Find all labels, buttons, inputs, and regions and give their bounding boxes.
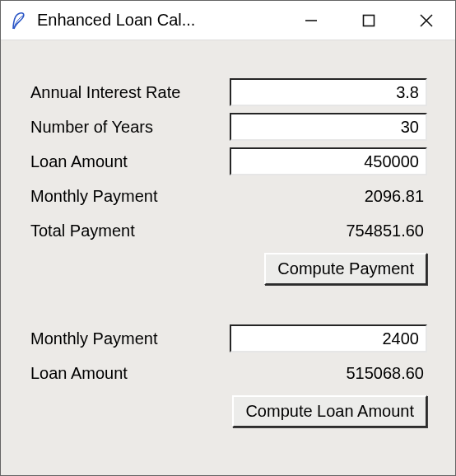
value-total-payment: 754851.60 <box>230 222 427 240</box>
label-loan-amount-2: Loan Amount <box>30 364 212 383</box>
window-title: Enhanced Loan Cal... <box>37 11 195 30</box>
value-loan-amount: 515068.60 <box>230 364 427 383</box>
input-loan-amount[interactable] <box>230 147 427 175</box>
maximize-icon <box>361 13 376 28</box>
compute-payment-button[interactable]: Compute Payment <box>264 253 427 285</box>
svg-rect-1 <box>364 15 375 26</box>
input-number-of-years[interactable] <box>230 113 427 141</box>
app-window: Enhanced Loan Cal... <box>0 0 456 476</box>
row-monthly-payment-in: Monthly Payment <box>30 321 427 356</box>
row-annual-interest-rate: Annual Interest Rate <box>30 75 427 110</box>
row-number-of-years: Number of Years <box>30 110 427 144</box>
minimize-button[interactable] <box>292 4 330 37</box>
label-monthly-payment: Monthly Payment <box>30 187 212 206</box>
titlebar: Enhanced Loan Cal... <box>1 1 455 40</box>
label-total-payment: Total Payment <box>30 222 212 240</box>
label-monthly-payment-2: Monthly Payment <box>30 329 212 348</box>
maximize-button[interactable] <box>350 4 388 37</box>
row-total-payment-out: Total Payment 754851.60 <box>30 213 427 248</box>
row-loan-amount: Loan Amount <box>30 144 427 179</box>
client-area: Annual Interest Rate Number of Years Loa… <box>1 40 455 475</box>
minimize-icon <box>304 13 319 28</box>
input-annual-interest-rate[interactable] <box>230 78 427 106</box>
input-monthly-payment[interactable] <box>230 324 427 352</box>
label-loan-amount: Loan Amount <box>30 152 212 171</box>
compute-loan-amount-button[interactable]: Compute Loan Amount <box>232 395 427 427</box>
label-annual-interest-rate: Annual Interest Rate <box>30 83 212 102</box>
label-number-of-years: Number of Years <box>30 118 212 137</box>
feather-icon <box>9 11 29 30</box>
value-monthly-payment: 2096.81 <box>230 187 427 206</box>
close-icon <box>419 13 434 28</box>
window-controls <box>292 4 452 37</box>
row-monthly-payment-out: Monthly Payment 2096.81 <box>30 179 427 213</box>
close-button[interactable] <box>407 4 445 37</box>
row-loan-amount-out: Loan Amount 515068.60 <box>30 356 427 390</box>
